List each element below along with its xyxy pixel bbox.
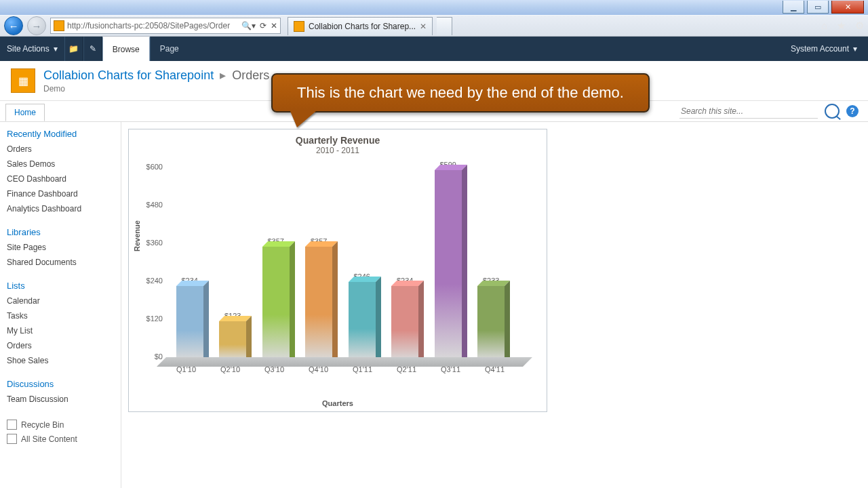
nav-lists-item-1[interactable]: Tasks xyxy=(7,308,114,323)
x-axis-label: Quarters xyxy=(129,399,547,407)
chevron-down-icon: ▾ xyxy=(54,44,58,54)
recycle-bin-link[interactable]: Recycle Bin xyxy=(7,418,114,432)
tab-close-icon[interactable]: ✕ xyxy=(420,22,427,31)
search-icon[interactable] xyxy=(825,104,840,119)
sharepoint-ribbon: Site Actions▾ 📁 ✎ Browse Page System Acc… xyxy=(0,37,868,61)
x-tick: Q4'11 xyxy=(479,365,511,373)
navigate-up-icon[interactable]: 📁 xyxy=(64,37,83,61)
home-icon[interactable]: ⌂ xyxy=(821,20,827,32)
window-minimize-button[interactable]: ▁ xyxy=(783,1,804,14)
url-text: http://fusioncharts-pc:20508/SitePages/O… xyxy=(67,21,230,30)
plot-area: $234$123$357$357$246$234$599$233 xyxy=(164,170,517,360)
edit-page-icon[interactable]: ✎ xyxy=(83,37,102,61)
nav-lib-item-0[interactable]: Site Pages xyxy=(7,240,114,255)
chart-subtitle: 2010 - 2011 xyxy=(134,146,541,155)
quick-launch: Recently Modified OrdersSales DemosCEO D… xyxy=(0,122,121,488)
x-axis: Q1'10Q2'10Q3'10Q4'10Q1'11Q2'11Q3'11Q4'11 xyxy=(164,365,517,373)
address-bar[interactable]: http://fusioncharts-pc:20508/SitePages/O… xyxy=(50,18,281,34)
back-button[interactable]: ← xyxy=(4,16,23,35)
window-close-button[interactable]: ✕ xyxy=(831,1,864,14)
recycle-bin-icon xyxy=(7,420,17,430)
site-link[interactable]: Collabion Charts for Sharepoint xyxy=(43,68,214,82)
x-tick: Q1'11 xyxy=(347,365,379,373)
nav-lists-item-0[interactable]: Calendar xyxy=(7,293,114,308)
nav-lists-item-2[interactable]: My List xyxy=(7,323,114,338)
all-content-icon xyxy=(7,434,17,444)
chart-title: Quarterly Revenue xyxy=(134,135,541,146)
bar-Q4'10[interactable]: $357 xyxy=(302,237,335,360)
x-tick: Q1'10 xyxy=(170,365,203,373)
nav-home[interactable]: Home xyxy=(5,104,45,121)
tab-title: Collabion Charts for Sharep... xyxy=(309,22,416,31)
help-icon[interactable]: ? xyxy=(846,105,859,117)
bar-Q2'10[interactable]: $123 xyxy=(216,312,249,360)
y-tick: $0 xyxy=(155,352,163,361)
callout-text: This is the chart we need by the end of … xyxy=(271,73,650,113)
nav-heading-libraries: Libraries xyxy=(7,227,114,237)
nav-lib-item-1[interactable]: Shared Documents xyxy=(7,255,114,270)
site-favicon-icon xyxy=(54,20,64,31)
new-tab-button[interactable] xyxy=(437,17,452,35)
x-tick: Q4'10 xyxy=(302,365,335,373)
search-dropdown-icon[interactable]: 🔍▾ xyxy=(241,21,256,30)
search-input[interactable] xyxy=(679,104,818,119)
y-tick: $240 xyxy=(146,277,163,285)
favorites-icon[interactable]: ★ xyxy=(837,20,846,32)
nav-heading-lists: Lists xyxy=(7,281,114,291)
x-tick: Q2'11 xyxy=(391,365,423,373)
forward-button[interactable]: → xyxy=(27,16,46,35)
nav-heading-discussions: Discussions xyxy=(7,379,114,389)
y-tick: $600 xyxy=(146,163,163,171)
account-menu[interactable]: System Account▾ xyxy=(780,37,868,61)
browser-right-controls: ⌂ ★ ⚙ xyxy=(821,20,864,32)
nav-disc-item-0[interactable]: Team Discussion xyxy=(7,392,114,407)
site-logo-icon[interactable]: ▦ xyxy=(11,68,35,93)
tutorial-callout: This is the chart we need by the end of … xyxy=(271,73,650,127)
stop-icon[interactable]: ✕ xyxy=(271,21,277,30)
nav-recent-item-4[interactable]: Analytics Dashboard xyxy=(7,201,114,216)
nav-recent-item-2[interactable]: CEO Dashboard xyxy=(7,171,114,186)
all-site-content-link[interactable]: All Site Content xyxy=(7,432,114,446)
tab-favicon-icon xyxy=(294,21,304,32)
y-tick: $120 xyxy=(146,314,163,323)
bar-Q2'11[interactable]: $234 xyxy=(389,277,421,360)
nav-lists-item-4[interactable]: Shoe Sales xyxy=(7,353,114,368)
bar-Q1'10[interactable]: $234 xyxy=(174,277,206,360)
bar-Q3'10[interactable]: $357 xyxy=(260,237,292,360)
y-tick: $360 xyxy=(146,239,163,247)
tab-browse[interactable]: Browse xyxy=(102,37,150,61)
x-tick: Q3'11 xyxy=(435,365,467,373)
nav-recent-item-0[interactable]: Orders xyxy=(7,142,114,157)
chevron-down-icon: ▾ xyxy=(853,44,857,54)
tools-icon[interactable]: ⚙ xyxy=(855,20,864,32)
main-content: Quarterly Revenue 2010 - 2011 Revenue $0… xyxy=(121,122,554,488)
nav-recent-item-3[interactable]: Finance Dashboard xyxy=(7,186,114,201)
breadcrumb: Collabion Charts for Sharepoint ▸ Orders xyxy=(43,68,269,83)
nav-recent-item-1[interactable]: Sales Demos xyxy=(7,157,114,171)
tab-page[interactable]: Page xyxy=(150,37,189,61)
bar-Q3'11[interactable]: $599 xyxy=(432,161,465,360)
browser-tab[interactable]: Collabion Charts for Sharep... ✕ xyxy=(288,17,433,35)
site-actions-menu[interactable]: Site Actions▾ xyxy=(0,37,64,61)
chart-webpart: Quarterly Revenue 2010 - 2011 Revenue $0… xyxy=(128,129,547,412)
callout-tail-icon xyxy=(290,111,316,127)
y-axis: $0$120$240$360$480$600 xyxy=(144,167,163,357)
page-title: Orders xyxy=(232,68,269,82)
y-axis-label: Revenue xyxy=(133,220,141,251)
bar-Q1'11[interactable]: $246 xyxy=(346,272,378,360)
x-tick: Q2'10 xyxy=(214,365,247,373)
bar-Q4'11[interactable]: $233 xyxy=(475,277,507,360)
browser-toolbar: ← → http://fusioncharts-pc:20508/SitePag… xyxy=(0,15,868,37)
nav-lists-item-3[interactable]: Orders xyxy=(7,338,114,353)
window-maximize-button[interactable]: ▭ xyxy=(807,1,829,14)
x-tick: Q3'10 xyxy=(258,365,291,373)
y-tick: $480 xyxy=(146,201,163,209)
window-titlebar: ▁ ▭ ✕ xyxy=(0,0,868,15)
refresh-icon[interactable]: ⟳ xyxy=(260,21,267,30)
nav-heading-recent: Recently Modified xyxy=(7,129,114,139)
page-description: Demo xyxy=(43,84,269,94)
